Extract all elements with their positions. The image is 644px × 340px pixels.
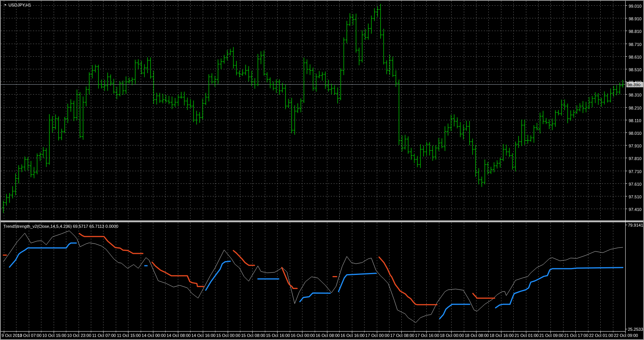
price-axis-label: 98.110 <box>629 118 641 123</box>
indicator-label: TrendStrength_v2(Close,14,5,4.236) 69.57… <box>3 224 118 229</box>
indicator-scale-min: 25.2533 <box>628 327 643 332</box>
price-axis-label: 98.810 <box>629 29 642 34</box>
price-axis-label: 97.710 <box>629 169 642 174</box>
price-axis-label: 97.610 <box>629 182 642 186</box>
symbol-dropdown-icon[interactable]: ▼ <box>4 3 7 7</box>
price-axis-label: 97.510 <box>629 195 642 199</box>
price-axis-label: 97.810 <box>629 156 642 161</box>
chart-canvas[interactable] <box>1 1 643 339</box>
price-axis-label: 98.210 <box>629 106 642 110</box>
symbol-title: ▼ USDJPY,H1 <box>4 3 31 7</box>
price-axis-label: 98.610 <box>629 55 642 59</box>
indicator-scale-max: 79.9141 <box>628 223 643 227</box>
price-axis-label: 99.010 <box>629 4 642 8</box>
price-axis-label: 97.910 <box>629 144 642 148</box>
time-axis-label: 22 Oct 09:00 <box>609 333 643 338</box>
chart-window: ▼ USDJPY,H1 TrendStrength_v2(Close,14,5,… <box>0 0 644 340</box>
price-axis-label: 98.410 <box>629 80 642 85</box>
symbol-period-label: USDJPY,H1 <box>8 3 31 7</box>
price-axis-label: 98.010 <box>629 131 642 136</box>
price-axis-label: 97.410 <box>629 207 642 212</box>
price-axis-label: 98.910 <box>629 16 642 21</box>
price-axis-label: 98.710 <box>629 42 642 47</box>
price-axis-label: 98.310 <box>629 93 642 97</box>
price-axis-label: 98.510 <box>629 67 642 72</box>
